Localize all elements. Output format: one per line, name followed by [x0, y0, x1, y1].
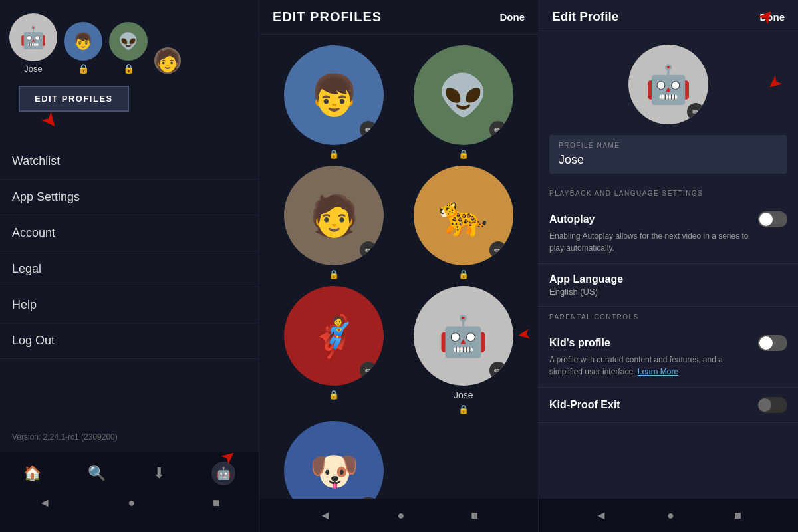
- app-language-setting: App Language English (US): [539, 264, 798, 307]
- bottom-nav-right: ◄ ● ■: [539, 499, 798, 532]
- right-header: Edit Profile Done: [539, 0, 798, 31]
- menu-help[interactable]: Help: [0, 287, 259, 323]
- kid-proof-exit-knob: [758, 398, 771, 412]
- right-recents-btn[interactable]: ■: [734, 509, 741, 523]
- right-done-button[interactable]: Done: [760, 11, 785, 23]
- search-icon[interactable]: 🔍: [88, 462, 106, 485]
- grid-name-jose: Jose: [454, 390, 473, 400]
- right-back-btn[interactable]: ◄: [595, 509, 607, 523]
- yoda-lock: 🔒: [123, 63, 134, 74]
- bottom-nav-mid: ◄ ● ■: [259, 499, 538, 532]
- home-icon[interactable]: 🏠: [23, 462, 41, 485]
- right-home-btn[interactable]: ●: [667, 509, 674, 523]
- profile-jose[interactable]: 🤖 Jose: [9, 13, 57, 74]
- right-avatar[interactable]: 🤖 ✏: [628, 45, 708, 124]
- partial-avatar: 🧑: [154, 47, 181, 74]
- playback-section-label: PLAYBACK AND LANGUAGE SETTINGS: [539, 183, 798, 202]
- bottom-nav-left: 🏠 🔍 ⬇ 🤖 ◄ ● ■: [0, 452, 259, 532]
- back-btn[interactable]: ◄: [39, 496, 51, 510]
- kids-profile-desc: A profile with curated content and featu…: [549, 354, 751, 378]
- profiles-grid: 👦 ✏ 🔒 👽 ✏ 🔒 🧑 ✏ 🔒 🐆 ✏: [259, 35, 538, 499]
- grid-avatar-spider: 🦸 ✏: [284, 286, 384, 386]
- download-icon[interactable]: ⬇: [153, 462, 165, 485]
- kid-proof-exit-setting: Kid-Proof Exit: [539, 388, 798, 423]
- edit-profiles-button[interactable]: EDIT PROFILES: [19, 86, 129, 112]
- mid-title: EDIT PROFILES: [273, 9, 382, 25]
- grid-item-luca[interactable]: 👦 ✏ 🔒: [273, 45, 396, 159]
- grid-item-yoda[interactable]: 👽 ✏ 🔒: [402, 45, 525, 159]
- kid-proof-exit-row: Kid-Proof Exit: [549, 397, 787, 413]
- grid-avatar-jose: 🤖 ✏: [414, 286, 513, 386]
- grid-item-stitch[interactable]: 🐶 ✏: [273, 421, 396, 499]
- menu-app-settings[interactable]: App Settings: [0, 180, 259, 215]
- autoplay-setting: Autoplay Enabling Autoplay allows for th…: [539, 202, 798, 264]
- autoplay-desc: Enabling Autoplay allows for the next vi…: [549, 230, 751, 254]
- profile-nav-icon[interactable]: 🤖: [211, 462, 235, 485]
- kid-proof-exit-label: Kid-Proof Exit: [549, 399, 620, 411]
- profile-luca[interactable]: 👦 🔒: [64, 22, 102, 74]
- jose-avatar: 🤖: [9, 13, 57, 61]
- home-btn[interactable]: ●: [128, 496, 136, 510]
- grid-avatar-yoda: 👽 ✏: [414, 45, 513, 145]
- mid-home-btn[interactable]: ●: [398, 509, 405, 523]
- android-nav-left: ◄ ● ■: [0, 491, 259, 515]
- autoplay-label: Autoplay: [549, 213, 595, 225]
- yoda-avatar: 👽: [109, 22, 148, 61]
- profile-name-label: PROFILE NAME: [559, 142, 778, 149]
- profile-name-field: PROFILE NAME Jose: [549, 135, 787, 174]
- menu-logout[interactable]: Log Out: [0, 323, 259, 359]
- profile-name-value[interactable]: Jose: [559, 153, 778, 167]
- edit-pencil-jose[interactable]: ✏: [489, 362, 507, 379]
- panel-mid: EDIT PROFILES Done 👦 ✏ 🔒 👽 ✏ 🔒 🧑 ✏ �: [259, 0, 539, 532]
- grid-item-jose[interactable]: 🤖 ✏ Jose 🔒 ➤: [402, 286, 525, 414]
- panel-left: 🤖 Jose 👦 🔒 👽 🔒 🧑 EDIT PROFILES ➤ Watchli…: [0, 0, 259, 532]
- grid-lock-cheetah: 🔒: [458, 269, 469, 279]
- right-avatar-container: 🤖 ✏: [539, 31, 798, 135]
- menu-watchlist[interactable]: Watchlist: [0, 144, 259, 180]
- profile-yoda[interactable]: 👽 🔒: [109, 22, 148, 74]
- kids-profile-setting: Kid's profile A profile with curated con…: [539, 326, 798, 388]
- kid-proof-exit-toggle: [758, 397, 787, 413]
- right-title: Edit Profile: [552, 9, 618, 24]
- grid-item-obi[interactable]: 🧑 ✏ 🔒: [273, 166, 396, 279]
- recents-btn[interactable]: ■: [213, 496, 220, 510]
- mid-header: EDIT PROFILES Done: [259, 0, 538, 35]
- luca-lock: 🔒: [78, 63, 89, 74]
- mid-recents-btn[interactable]: ■: [471, 509, 478, 523]
- version-text: Version: 2.24.1-rc1 (2309200): [0, 422, 259, 452]
- autoplay-toggle[interactable]: [758, 211, 787, 227]
- grid-lock-luca: 🔒: [329, 149, 339, 159]
- grid-item-spider[interactable]: 🦸 ✏ 🔒: [273, 286, 396, 414]
- edit-pencil-spider[interactable]: ✏: [360, 362, 377, 379]
- edit-pencil-stitch[interactable]: ✏: [360, 497, 377, 499]
- menu-legal[interactable]: Legal: [0, 251, 259, 287]
- grid-lock-jose: 🔒: [458, 404, 469, 414]
- edit-pencil-obi[interactable]: ✏: [360, 241, 377, 259]
- nav-icons-row: 🏠 🔍 ⬇ 🤖: [0, 452, 259, 491]
- edit-pencil-yoda[interactable]: ✏: [489, 121, 507, 138]
- avatar-edit-pencil[interactable]: ✏: [687, 103, 704, 120]
- kids-profile-knob: [759, 336, 773, 350]
- autoplay-row: Autoplay: [549, 211, 787, 227]
- edit-pencil-cheetah[interactable]: ✏: [489, 241, 507, 259]
- learn-more-link[interactable]: Learn More: [638, 367, 678, 376]
- grid-item-cheetah[interactable]: 🐆 ✏ 🔒: [402, 166, 525, 279]
- mid-back-btn[interactable]: ◄: [319, 509, 331, 523]
- kids-profile-toggle[interactable]: [758, 335, 787, 351]
- menu-items-list: Watchlist App Settings Account Legal Hel…: [0, 144, 259, 422]
- kids-profile-label: Kid's profile: [549, 337, 610, 349]
- grid-avatar-cheetah: 🐆 ✏: [414, 166, 513, 265]
- grid-lock-obi: 🔒: [329, 269, 339, 279]
- mid-done-button[interactable]: Done: [500, 11, 525, 23]
- panel-right: ➤ Edit Profile Done ➤ 🤖 ✏ PROFILE NAME J…: [539, 0, 798, 532]
- arrow-jose-grid: ➤: [517, 325, 533, 345]
- grid-avatar-stitch: 🐶 ✏: [284, 421, 384, 499]
- autoplay-knob: [759, 213, 773, 226]
- app-language-label: App Language: [549, 273, 787, 285]
- profile-partial[interactable]: 🧑: [154, 47, 181, 74]
- jose-name: Jose: [24, 64, 42, 74]
- app-language-value: English (US): [549, 287, 787, 297]
- edit-pencil-luca[interactable]: ✏: [360, 121, 377, 138]
- grid-lock-yoda: 🔒: [458, 149, 469, 159]
- menu-account[interactable]: Account: [0, 215, 259, 251]
